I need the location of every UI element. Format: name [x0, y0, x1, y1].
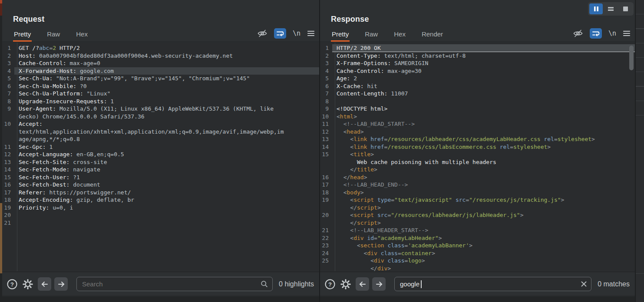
inspector-collapsed-strip[interactable]: [635, 0, 644, 302]
previous-match-button[interactable]: [38, 277, 51, 291]
search-input[interactable]: [76, 277, 273, 291]
code-line[interactable]: 5Age: 2: [320, 75, 635, 82]
code-line[interactable]: 9<!DOCTYPE html>: [320, 105, 635, 113]
code-line[interactable]: 1GET /?abc=2 HTTP/2: [2, 44, 319, 52]
code-line[interactable]: 19 <script type="text/javascript" src="/…: [320, 196, 635, 204]
code-line[interactable]: 21 <!--LAB_HEADER_START-->: [320, 226, 635, 234]
code-line[interactable]: 7Content-Length: 11007: [320, 90, 635, 98]
code-line[interactable]: 1HTTP/2 200 OK: [320, 44, 635, 52]
menu-icon[interactable]: [623, 30, 631, 37]
code-line[interactable]: 25 <div class=logo>: [320, 257, 635, 265]
line-content: Content-Type: text/html; charset=utf-8: [332, 52, 635, 60]
code-line[interactable]: 11Sec-Gpc: 1: [2, 143, 319, 151]
code-line[interactable]: 8Upgrade-Insecure-Requests: 1: [2, 98, 319, 105]
panel-splitter[interactable]: [319, 0, 320, 302]
line-content: X-Cache: hit: [332, 82, 635, 90]
code-line[interactable]: 14 <link href=/resources/css/labsEcommer…: [320, 143, 635, 151]
code-line[interactable]: 17Referer: https://portswigger.net/: [2, 189, 319, 197]
code-line[interactable]: 12 <head>: [320, 128, 635, 136]
code-line[interactable]: </script>: [320, 204, 635, 212]
newline-icon[interactable]: \n: [608, 30, 616, 37]
code-line[interactable]: 4Cache-Control: max-age=30: [320, 67, 635, 75]
code-line[interactable]: 9User-Agent: Mozilla/5.0 (X11; Linux x86…: [2, 105, 319, 113]
code-line[interactable]: 16Sec-Fetch-Dest: document: [2, 181, 319, 189]
tab-hex[interactable]: Hex: [75, 30, 89, 42]
highlights-count: 0 highlights: [273, 280, 314, 288]
code-line[interactable]: 13 <link href=/resources/labheader/css/a…: [320, 135, 635, 143]
tab-render[interactable]: Render: [421, 30, 444, 42]
code-line[interactable]: 23 <section class='academyLabBanner'>: [320, 242, 635, 249]
next-match-button[interactable]: [372, 277, 386, 291]
code-line[interactable]: 2Content-Type: text/html; charset=utf-8: [320, 52, 635, 60]
tab-pretty[interactable]: Pretty: [331, 30, 350, 42]
tab-pretty[interactable]: Pretty: [13, 30, 32, 42]
line-content: GET /?abc=2 HTTP/2: [14, 44, 319, 52]
code-line[interactable]: 11 <!--LAB_HEAD_START-->: [320, 120, 635, 128]
code-line[interactable]: 10Accept:: [2, 120, 319, 128]
code-line[interactable]: 14Sec-Fetch-Mode: navigate: [2, 166, 319, 174]
code-line[interactable]: 10<html>: [320, 113, 635, 121]
code-line[interactable]: 20: [2, 211, 319, 219]
line-number: 1: [2, 44, 14, 52]
code-line[interactable]: 15Sec-Fetch-User: ?1: [2, 174, 319, 181]
code-line[interactable]: 22 <div id="academyLabHeader">: [320, 234, 635, 242]
code-line[interactable]: 12Accept-Language: en-GB,en;q=0.5: [2, 151, 319, 158]
tab-hex[interactable]: Hex: [393, 30, 406, 42]
code-line[interactable]: 15 <title>: [320, 151, 635, 158]
line-content: Sec-Fetch-Site: cross-site: [14, 158, 319, 166]
code-line[interactable]: 18 <body>: [320, 189, 635, 197]
wrap-icon[interactable]: [590, 28, 602, 39]
response-editor[interactable]: 1HTTP/2 200 OK2Content-Type: text/html; …: [320, 43, 635, 271]
code-line[interactable]: Web cache poisoning with multiple header…: [320, 158, 635, 166]
code-line[interactable]: Gecko) Chrome/145.0.0.0 Safari/537.36: [2, 113, 319, 121]
code-line[interactable]: 20 <script src="/resources/labheader/js/…: [320, 211, 635, 219]
code-line[interactable]: </script>: [320, 219, 635, 227]
code-line[interactable]: 2Host: 0a0a007904bf8ded80df3aa000f900e4.…: [2, 52, 319, 60]
help-icon[interactable]: ?: [7, 279, 18, 290]
code-line[interactable]: 5Sec-Ch-Ua: "Not:A-Brand";v="99", "Brave…: [2, 75, 319, 82]
line-content: <section class='academyLabBanner'>: [332, 242, 635, 249]
code-line[interactable]: 4X-Forwarded-Host: google.com: [2, 67, 319, 75]
clear-search-icon[interactable]: [581, 281, 587, 289]
wrap-icon[interactable]: [274, 28, 286, 39]
code-line[interactable]: 21: [2, 219, 319, 227]
next-match-button[interactable]: [54, 277, 68, 291]
hide-icon[interactable]: [257, 28, 268, 39]
line-number: 20: [2, 211, 14, 219]
code-line[interactable]: 8: [320, 98, 635, 105]
gear-icon[interactable]: [340, 278, 352, 290]
code-line[interactable]: </title>: [320, 166, 635, 174]
line-number: 24: [320, 249, 332, 257]
line-number: [2, 113, 14, 121]
line-number: 21: [2, 219, 14, 227]
hide-icon[interactable]: [573, 28, 583, 39]
code-line[interactable]: 19Priority: u=0, i: [2, 204, 319, 212]
code-line[interactable]: </div>: [320, 265, 635, 272]
request-editor[interactable]: 1GET /?abc=2 HTTP/22Host: 0a0a007904bf8d…: [2, 43, 319, 271]
line-number: 18: [2, 196, 14, 204]
code-line[interactable]: 24 <div class=container>: [320, 249, 635, 257]
code-line[interactable]: 7Sec-Ch-Ua-Platform: "Linux": [2, 90, 319, 98]
search-input[interactable]: [394, 277, 591, 291]
help-icon[interactable]: ?: [324, 279, 336, 290]
newline-icon[interactable]: \n: [293, 30, 301, 37]
tab-raw[interactable]: Raw: [46, 30, 61, 42]
code-line[interactable]: 16 </head>: [320, 174, 635, 181]
line-content: Sec-Fetch-User: ?1: [14, 174, 319, 181]
menu-icon[interactable]: [307, 30, 315, 37]
tab-raw[interactable]: Raw: [364, 30, 379, 42]
gear-icon[interactable]: [22, 278, 34, 290]
scrollbar-thumb[interactable]: [629, 46, 634, 70]
code-line[interactable]: 17 <!--LAB_HEAD_END-->: [320, 181, 635, 189]
code-line[interactable]: 6Sec-Ch-Ua-Mobile: ?0: [2, 82, 319, 90]
code-line[interactable]: 18Accept-Encoding: gzip, deflate, br: [2, 196, 319, 204]
code-line[interactable]: 6X-Cache: hit: [320, 82, 635, 90]
code-line[interactable]: 3Cache-Control: max-age=0: [2, 59, 319, 67]
code-line[interactable]: 13Sec-Fetch-Site: cross-site: [2, 158, 319, 166]
code-line[interactable]: age/apng,*/*;q=0.8: [2, 135, 319, 143]
line-content: </title>: [332, 166, 635, 174]
code-line[interactable]: text/html,application/xhtml+xml,applicat…: [2, 128, 319, 136]
code-line[interactable]: 3X-Frame-Options: SAMEORIGIN: [320, 59, 635, 67]
line-number: 8: [320, 98, 332, 105]
previous-match-button[interactable]: [356, 277, 369, 291]
